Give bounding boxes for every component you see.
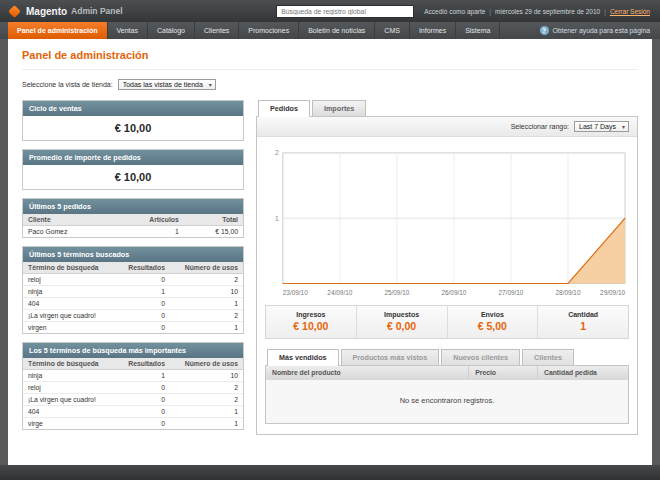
lifetime-sales-value: € 10,00 [23, 116, 243, 140]
cell: 0 [116, 322, 170, 334]
cell: 2 [170, 310, 243, 322]
total-value: 1 [538, 320, 628, 332]
last-orders-box: Últimos 5 pedidos Cliente Artículos Tota… [22, 198, 244, 238]
logout-link[interactable]: Cerrar Sesión [610, 8, 650, 15]
nav-item-boletin[interactable]: Boletín de noticias [299, 22, 375, 39]
col-header: Artículos [112, 214, 183, 226]
cell: 0 [116, 382, 170, 394]
browser-viewport: Magento Admin Panel Accedió como aparte … [0, 0, 660, 480]
cell: 0 [116, 298, 170, 310]
cell: 0 [116, 394, 170, 406]
table-row[interactable]: ninja 1 10 [23, 370, 243, 382]
svg-text:23/09/10: 23/09/10 [283, 289, 308, 296]
total-value: € 0,00 [357, 320, 447, 332]
nav-item-ventas[interactable]: Ventas [108, 22, 148, 39]
box-title: Últimos 5 términos buscados [23, 247, 243, 262]
svg-text:29/09/10: 29/09/10 [600, 289, 625, 296]
box-title: Ciclo de ventas [23, 101, 243, 116]
total-label: Ingresos [266, 311, 356, 318]
cell: 1 [170, 322, 243, 334]
nav-item-dashboard[interactable]: Panel de administración [8, 22, 108, 39]
cell: 0 [116, 310, 170, 322]
average-orders-box: Promedio de importe de pedidos € 10,00 [22, 149, 244, 190]
store-view-select[interactable]: Todas las vistas de tienda ▾ [118, 79, 216, 90]
range-select[interactable]: Last 7 Days ▾ [574, 121, 629, 132]
cell: ninja [23, 286, 116, 298]
tab-clientes[interactable]: Clientes [522, 349, 574, 365]
magento-logo-icon [8, 5, 21, 18]
table-row[interactable]: Paco Gomez 1 € 15,00 [23, 226, 243, 238]
admin-header: Magento Admin Panel Accedió como aparte … [0, 0, 660, 22]
tab-nuevos-clientes[interactable]: Nuevos clientes [441, 349, 520, 365]
store-view-value: Todas las vistas de tienda [123, 81, 203, 88]
products-grid-table: Nombre del producto Precio Cantidad pedi… [266, 366, 628, 379]
cell: Paco Gomez [23, 226, 112, 238]
col-header: Cliente [23, 214, 112, 226]
table-row[interactable]: virgen 0 1 [23, 322, 243, 334]
cell: 404 [23, 406, 116, 418]
svg-text:24/09/10: 24/09/10 [327, 289, 352, 296]
cell: ¡La virgen que cuadro! [23, 394, 116, 406]
table-row[interactable]: reloj 0 2 [23, 274, 243, 286]
cell: 0 [116, 406, 170, 418]
table-row[interactable]: ¡La virgen que cuadro! 0 2 [23, 310, 243, 322]
logo-subtitle: Admin Panel [71, 6, 122, 16]
svg-text:28/09/10: 28/09/10 [556, 289, 581, 296]
top-search-terms-box: Los 5 términos de búsqueda más important… [22, 342, 244, 430]
tab-importes[interactable]: Importes [312, 100, 366, 116]
orders-chart: 1223/09/1024/09/1025/09/1026/09/1027/09/… [257, 137, 637, 299]
logo-text: Magento [26, 6, 67, 17]
nav-item-clientes[interactable]: Clientes [195, 22, 239, 39]
svg-text:1: 1 [275, 215, 279, 222]
nav-item-catalogo[interactable]: Catálogo [148, 22, 195, 39]
table-row[interactable]: virge 0 1 [23, 418, 243, 430]
lifetime-sales-box: Ciclo de ventas € 10,00 [22, 100, 244, 141]
range-value: Last 7 Days [579, 123, 616, 130]
total-label: Impuestos [357, 311, 447, 318]
table-row[interactable]: ninja 1 10 [23, 286, 243, 298]
products-grid: Nombre del producto Precio Cantidad pedi… [265, 365, 629, 424]
cell: 1 [170, 418, 243, 430]
last-search-terms-box: Últimos 5 términos buscados Término de b… [22, 246, 244, 334]
range-bar: Seleccionar rango: Last 7 Days ▾ [257, 117, 637, 137]
table-row[interactable]: 404 0 1 [23, 406, 243, 418]
box-title: Últimos 5 pedidos [23, 199, 243, 214]
help-label: Obtener ayuda para esta página [553, 27, 651, 34]
cell: virgen [23, 322, 116, 334]
col-header: Término de búsqueda [23, 358, 116, 370]
cell: 10 [170, 286, 243, 298]
header-date: miércoles 29 de septiembre de 2010 [495, 8, 600, 15]
cell: virge [23, 418, 116, 430]
tab-productos-mas-vistos[interactable]: Productos más vistos [341, 349, 440, 365]
col-header: Número de usos [170, 358, 243, 370]
table-row[interactable]: 404 0 1 [23, 298, 243, 310]
table-row[interactable]: ¡La virgen que cuadro! 0 2 [23, 394, 243, 406]
total-impuestos: Impuestos € 0,00 [357, 306, 448, 338]
logged-in-as: Accedió como aparte [424, 8, 485, 15]
svg-text:26/09/10: 26/09/10 [441, 289, 466, 296]
col-header: Cantidad pedida [537, 366, 628, 379]
cell: reloj [23, 382, 116, 394]
dashboard-tabs: Pedidos Importes [256, 100, 638, 116]
cell: reloj [23, 274, 116, 286]
col-header: Nombre del producto [266, 366, 469, 379]
content-area: Panel de administración Seleccione la vi… [8, 39, 652, 465]
help-link[interactable]: ? Obtener ayuda para esta página [530, 22, 660, 39]
cell: 0 [116, 418, 170, 430]
global-search-input[interactable] [276, 5, 414, 18]
nav-item-cms[interactable]: CMS [375, 22, 410, 39]
dashboard-totals: Ingresos € 10,00 Impuestos € 0,00 Envíos… [265, 305, 629, 339]
cell: 0 [116, 274, 170, 286]
cell: 1 [116, 286, 170, 298]
table-row[interactable]: reloj 0 2 [23, 382, 243, 394]
col-header: Término de búsqueda [23, 262, 116, 274]
tab-mas-vendidos[interactable]: Más vendidos [267, 349, 339, 366]
nav-item-promociones[interactable]: Promociones [239, 22, 299, 39]
total-value: € 5,00 [448, 320, 538, 332]
top-search-terms-table: Término de búsqueda Resultados Número de… [23, 358, 243, 429]
col-header: Resultados [116, 358, 170, 370]
magento-logo: Magento Admin Panel [10, 6, 123, 17]
tab-pedidos[interactable]: Pedidos [258, 100, 310, 117]
nav-item-informes[interactable]: Informes [410, 22, 456, 39]
nav-item-sistema[interactable]: Sistema [456, 22, 500, 39]
